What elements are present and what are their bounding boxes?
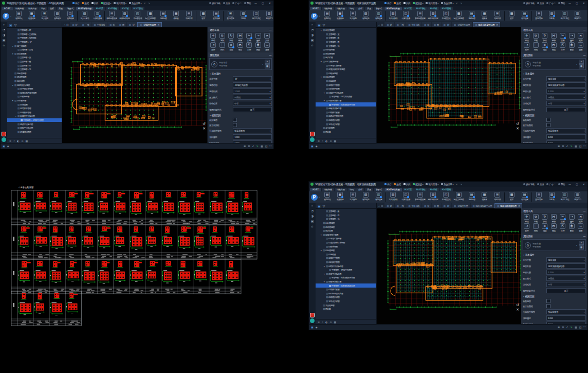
tree-item[interactable]: ▤平面视图：地库顶板梁平法图	[316, 102, 376, 106]
ribbon-tab[interactable]: PDST基础	[132, 7, 145, 10]
filter-icon[interactable]: ▽	[14, 23, 17, 27]
ribbon-tab[interactable]: PDST平法出图	[384, 7, 402, 10]
ribbon-button[interactable]: ▤校审设置	[518, 11, 531, 20]
home-icon[interactable]: ⌂	[311, 225, 314, 228]
doc-tab-close-icon[interactable]: ✕	[496, 24, 498, 26]
close-button[interactable]: ✕	[268, 2, 272, 5]
tree-item[interactable]: ▤图纸集	[316, 307, 376, 311]
tree-item[interactable]: ▤03校审视图	[7, 95, 62, 99]
tab-list-icon[interactable]: ∴	[64, 23, 65, 26]
tree-item[interactable]: ▤06板平法施工图	[7, 126, 62, 130]
pdst-logo-button[interactable]: P	[311, 13, 318, 20]
edit-tool-button[interactable]: ⋈镜像	[549, 33, 559, 42]
title-menu-item[interactable]: 保存	[72, 2, 79, 5]
ribbon-tab[interactable]: PDST梁	[94, 7, 105, 10]
edit-tool-button[interactable]: ⇢偏移	[567, 33, 577, 42]
tree-item[interactable]: ▤立面视图：东	[7, 56, 62, 60]
tree-item[interactable]: ▤08局部平面放大图	[316, 114, 376, 118]
ribbon-button[interactable]: ▤模型对比	[321, 11, 334, 20]
tree-expander-icon[interactable]: ▾	[323, 280, 325, 283]
edit-tool-button[interactable]: 🗑删除	[567, 223, 577, 232]
ribbon-tab[interactable]: PDST板	[428, 188, 439, 191]
ribbon-button[interactable]: ◫用户工具栏	[250, 11, 263, 20]
ribbon-button[interactable]: ▧万能刷	[545, 192, 558, 201]
ribbon-tab[interactable]: PDST平法出图	[76, 7, 94, 10]
new-view-icon[interactable]: ⊡	[381, 204, 383, 207]
edit-tool-button[interactable]: ⇱拉伸	[558, 42, 567, 51]
ribbon-button[interactable]: ▤校审设置	[518, 192, 531, 201]
ribbon-button[interactable]: ▨特殊构件指定	[427, 192, 439, 201]
theme-icon[interactable]: ◐	[325, 321, 327, 324]
show_clip-checkbox[interactable]	[546, 123, 550, 127]
tree-item[interactable]: ▤02墙柱平面图	[7, 106, 62, 111]
tree-expander-icon[interactable]: ▾	[11, 84, 14, 86]
model-icon[interactable]: ▣	[311, 220, 314, 223]
target-icon[interactable]: ⊙	[21, 139, 23, 143]
collapse-section-icon[interactable]: —	[583, 209, 585, 212]
object_style-button[interactable]: 设置	[546, 288, 586, 293]
ribbon-button[interactable]: ◰不出图区域	[131, 11, 144, 20]
ribbon-button[interactable]: ▦成果表	[478, 192, 491, 201]
title-menu-item[interactable]: 关闭	[91, 2, 98, 5]
display_mode-select[interactable]: 隐藏线▾	[233, 95, 272, 100]
crop-icon[interactable]: ◱	[265, 145, 268, 148]
expand-panel-icon[interactable]: »	[311, 204, 314, 207]
tree-item[interactable]: ▤未分组视图	[316, 303, 376, 307]
ribbon-button[interactable]: ◫模型设置	[64, 11, 77, 20]
layers-icon[interactable]: ◑	[311, 215, 314, 218]
doc-tab[interactable]: ▤地库顶板梁平法图	[471, 203, 494, 208]
ribbon-tab[interactable]: 结构出图	[26, 7, 39, 10]
ribbon-button[interactable]: ▧导入计算书	[387, 11, 399, 20]
section-caret-icon[interactable]: ▾	[523, 254, 524, 256]
chevron-down-icon[interactable]: ▾	[576, 244, 577, 246]
ribbon-button[interactable]: ▦轻量转换	[25, 11, 38, 20]
ribbon-button[interactable]: ▤选筋出图	[465, 192, 478, 201]
section-caret-icon[interactable]: ▾	[210, 73, 211, 75]
ribbon-button[interactable]: ⊞指定归并	[491, 11, 504, 20]
tree-item[interactable]: ▤07楼梯详图图	[316, 288, 376, 292]
ribbon-tab[interactable]: 协同	[347, 188, 356, 191]
close-overlay-icon[interactable]: ✕	[516, 127, 519, 131]
title-menu-item[interactable]: 项目管理▾	[426, 183, 438, 186]
scale-select[interactable]: 1:100▾	[233, 88, 272, 94]
edit-tool-button[interactable]: ✛移动	[522, 33, 531, 42]
tree-expander-icon[interactable]: ▾	[14, 115, 17, 117]
ribbon-button[interactable]: ▨特殊构件指定	[118, 11, 131, 20]
ortho-icon[interactable]: ∠	[252, 145, 254, 148]
doc-tab[interactable]: ▤三维	[80, 22, 91, 27]
tree-item[interactable]: ▤立面视图：西	[316, 214, 376, 218]
ribbon-button[interactable]: ▧万能刷	[237, 11, 250, 20]
edit-tool-button[interactable]: ⇥延伸	[209, 42, 218, 51]
tree-item[interactable]: ▾▤04墙柱平法施工图	[316, 91, 376, 95]
ribbon-button[interactable]: ▧万能刷	[545, 11, 558, 20]
edit-tool-button[interactable]: ↻旋转	[227, 33, 236, 42]
tree-item[interactable]: ▤03结构平面图	[316, 87, 376, 91]
title-menu-item[interactable]: 关闭	[403, 183, 410, 186]
close-button[interactable]: ✕	[582, 183, 586, 186]
work_plane-select[interactable]: 地库顶板▾	[546, 257, 586, 262]
teal-app-badge-icon[interactable]	[310, 318, 315, 323]
tree-item[interactable]: ▤立面视图：北	[316, 217, 376, 221]
tree-item[interactable]: ▤平面视图：-1F	[7, 40, 62, 44]
doc-tab[interactable]: ▤-1F	[442, 203, 451, 208]
ribbon-button[interactable]: ▤模型对比	[12, 11, 25, 20]
view_name-input[interactable]: -1F墙柱列表图	[233, 82, 272, 87]
title-menu-item[interactable]: 配筋版▾	[413, 183, 423, 186]
doc-tab[interactable]: ▤1F	[384, 203, 394, 208]
tree-item[interactable]: ▤02墙柱平面图	[316, 256, 376, 260]
tree-item[interactable]: ▤立面视图：西	[316, 40, 376, 44]
tree-item[interactable]: ▤01轴线图	[316, 253, 376, 257]
ribbon-button[interactable]: ▦成果表	[170, 11, 182, 20]
chevron-down-icon[interactable]: ▾	[262, 63, 263, 65]
title-menu-item[interactable]: 配筋版▾	[413, 2, 423, 5]
top_offset-input[interactable]: 1200	[233, 134, 272, 139]
ribbon-button[interactable]: ▩标注当前视图	[144, 11, 157, 20]
tree-item[interactable]: ▤平面视图：地库顶板梁平法图	[316, 276, 376, 280]
draw-icon[interactable]: ✎	[256, 145, 259, 148]
show_clip-checkbox[interactable]	[546, 304, 550, 308]
tree-item[interactable]: ▤02竖向构件提资视图	[316, 241, 376, 245]
type-list-button[interactable]: ▦	[579, 64, 584, 68]
tree-item[interactable]: ▾▤03立面视图	[7, 52, 62, 56]
doc-tab[interactable]: ▤-1F墙柱列表图	[452, 22, 472, 27]
ribbon-tab[interactable]: 协同	[39, 7, 47, 10]
